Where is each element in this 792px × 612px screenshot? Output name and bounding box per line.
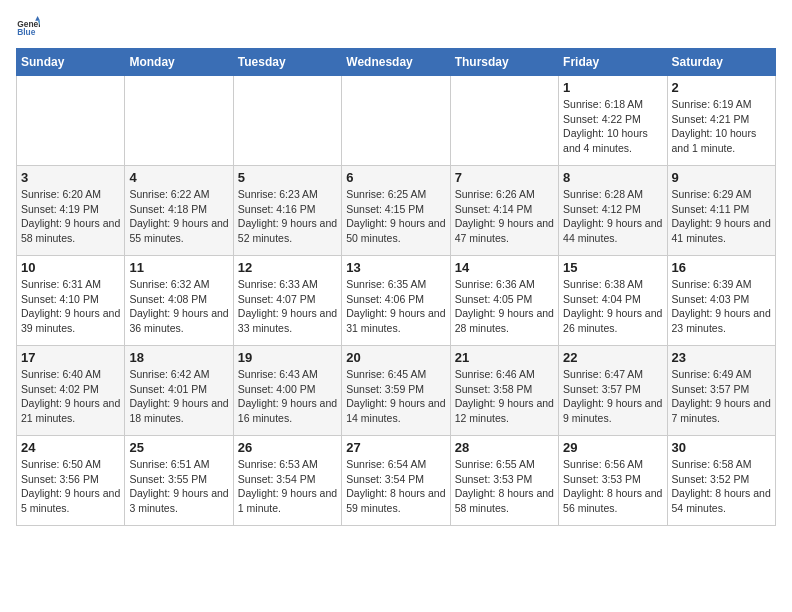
day-info: Sunrise: 6:56 AM Sunset: 3:53 PM Dayligh… <box>563 457 662 516</box>
day-number: 30 <box>672 440 771 455</box>
day-info: Sunrise: 6:26 AM Sunset: 4:14 PM Dayligh… <box>455 187 554 246</box>
day-info: Sunrise: 6:29 AM Sunset: 4:11 PM Dayligh… <box>672 187 771 246</box>
calendar-day-cell: 16Sunrise: 6:39 AM Sunset: 4:03 PM Dayli… <box>667 256 775 346</box>
day-number: 16 <box>672 260 771 275</box>
calendar-day-cell: 7Sunrise: 6:26 AM Sunset: 4:14 PM Daylig… <box>450 166 558 256</box>
day-info: Sunrise: 6:47 AM Sunset: 3:57 PM Dayligh… <box>563 367 662 426</box>
day-number: 15 <box>563 260 662 275</box>
day-number: 9 <box>672 170 771 185</box>
day-info: Sunrise: 6:31 AM Sunset: 4:10 PM Dayligh… <box>21 277 120 336</box>
calendar-day-cell: 25Sunrise: 6:51 AM Sunset: 3:55 PM Dayli… <box>125 436 233 526</box>
calendar-day-cell <box>233 76 341 166</box>
day-info: Sunrise: 6:28 AM Sunset: 4:12 PM Dayligh… <box>563 187 662 246</box>
day-info: Sunrise: 6:39 AM Sunset: 4:03 PM Dayligh… <box>672 277 771 336</box>
day-number: 20 <box>346 350 445 365</box>
day-info: Sunrise: 6:36 AM Sunset: 4:05 PM Dayligh… <box>455 277 554 336</box>
day-number: 24 <box>21 440 120 455</box>
calendar-day-cell: 3Sunrise: 6:20 AM Sunset: 4:19 PM Daylig… <box>17 166 125 256</box>
day-info: Sunrise: 6:55 AM Sunset: 3:53 PM Dayligh… <box>455 457 554 516</box>
day-number: 10 <box>21 260 120 275</box>
day-number: 6 <box>346 170 445 185</box>
calendar-day-cell: 8Sunrise: 6:28 AM Sunset: 4:12 PM Daylig… <box>559 166 667 256</box>
weekday-header-cell: Tuesday <box>233 49 341 76</box>
day-info: Sunrise: 6:43 AM Sunset: 4:00 PM Dayligh… <box>238 367 337 426</box>
calendar-day-cell: 4Sunrise: 6:22 AM Sunset: 4:18 PM Daylig… <box>125 166 233 256</box>
calendar-day-cell: 10Sunrise: 6:31 AM Sunset: 4:10 PM Dayli… <box>17 256 125 346</box>
calendar-week-row: 3Sunrise: 6:20 AM Sunset: 4:19 PM Daylig… <box>17 166 776 256</box>
day-info: Sunrise: 6:49 AM Sunset: 3:57 PM Dayligh… <box>672 367 771 426</box>
day-number: 11 <box>129 260 228 275</box>
day-info: Sunrise: 6:35 AM Sunset: 4:06 PM Dayligh… <box>346 277 445 336</box>
day-info: Sunrise: 6:58 AM Sunset: 3:52 PM Dayligh… <box>672 457 771 516</box>
day-info: Sunrise: 6:23 AM Sunset: 4:16 PM Dayligh… <box>238 187 337 246</box>
day-info: Sunrise: 6:54 AM Sunset: 3:54 PM Dayligh… <box>346 457 445 516</box>
day-number: 23 <box>672 350 771 365</box>
calendar-day-cell: 24Sunrise: 6:50 AM Sunset: 3:56 PM Dayli… <box>17 436 125 526</box>
day-number: 8 <box>563 170 662 185</box>
day-info: Sunrise: 6:45 AM Sunset: 3:59 PM Dayligh… <box>346 367 445 426</box>
calendar-day-cell: 13Sunrise: 6:35 AM Sunset: 4:06 PM Dayli… <box>342 256 450 346</box>
day-number: 28 <box>455 440 554 455</box>
weekday-header-cell: Wednesday <box>342 49 450 76</box>
day-info: Sunrise: 6:33 AM Sunset: 4:07 PM Dayligh… <box>238 277 337 336</box>
calendar-day-cell <box>450 76 558 166</box>
calendar-day-cell: 20Sunrise: 6:45 AM Sunset: 3:59 PM Dayli… <box>342 346 450 436</box>
calendar-day-cell: 2Sunrise: 6:19 AM Sunset: 4:21 PM Daylig… <box>667 76 775 166</box>
day-info: Sunrise: 6:32 AM Sunset: 4:08 PM Dayligh… <box>129 277 228 336</box>
day-info: Sunrise: 6:53 AM Sunset: 3:54 PM Dayligh… <box>238 457 337 516</box>
weekday-header-cell: Thursday <box>450 49 558 76</box>
calendar-day-cell: 15Sunrise: 6:38 AM Sunset: 4:04 PM Dayli… <box>559 256 667 346</box>
day-number: 14 <box>455 260 554 275</box>
calendar-day-cell: 27Sunrise: 6:54 AM Sunset: 3:54 PM Dayli… <box>342 436 450 526</box>
weekday-header-cell: Monday <box>125 49 233 76</box>
calendar-table: SundayMondayTuesdayWednesdayThursdayFrid… <box>16 48 776 526</box>
calendar-day-cell <box>342 76 450 166</box>
day-number: 7 <box>455 170 554 185</box>
calendar-week-row: 10Sunrise: 6:31 AM Sunset: 4:10 PM Dayli… <box>17 256 776 346</box>
logo: General Blue <box>16 16 44 40</box>
calendar-day-cell: 11Sunrise: 6:32 AM Sunset: 4:08 PM Dayli… <box>125 256 233 346</box>
calendar-week-row: 17Sunrise: 6:40 AM Sunset: 4:02 PM Dayli… <box>17 346 776 436</box>
calendar-day-cell: 22Sunrise: 6:47 AM Sunset: 3:57 PM Dayli… <box>559 346 667 436</box>
day-info: Sunrise: 6:22 AM Sunset: 4:18 PM Dayligh… <box>129 187 228 246</box>
day-number: 19 <box>238 350 337 365</box>
day-number: 27 <box>346 440 445 455</box>
day-info: Sunrise: 6:20 AM Sunset: 4:19 PM Dayligh… <box>21 187 120 246</box>
day-number: 21 <box>455 350 554 365</box>
day-number: 1 <box>563 80 662 95</box>
day-number: 13 <box>346 260 445 275</box>
day-info: Sunrise: 6:19 AM Sunset: 4:21 PM Dayligh… <box>672 97 771 156</box>
day-info: Sunrise: 6:46 AM Sunset: 3:58 PM Dayligh… <box>455 367 554 426</box>
day-info: Sunrise: 6:50 AM Sunset: 3:56 PM Dayligh… <box>21 457 120 516</box>
calendar-day-cell: 9Sunrise: 6:29 AM Sunset: 4:11 PM Daylig… <box>667 166 775 256</box>
weekday-header-row: SundayMondayTuesdayWednesdayThursdayFrid… <box>17 49 776 76</box>
day-info: Sunrise: 6:40 AM Sunset: 4:02 PM Dayligh… <box>21 367 120 426</box>
calendar-week-row: 24Sunrise: 6:50 AM Sunset: 3:56 PM Dayli… <box>17 436 776 526</box>
day-number: 17 <box>21 350 120 365</box>
calendar-day-cell <box>17 76 125 166</box>
day-info: Sunrise: 6:38 AM Sunset: 4:04 PM Dayligh… <box>563 277 662 336</box>
calendar-week-row: 1Sunrise: 6:18 AM Sunset: 4:22 PM Daylig… <box>17 76 776 166</box>
day-number: 25 <box>129 440 228 455</box>
day-number: 29 <box>563 440 662 455</box>
page-header: General Blue <box>16 16 776 40</box>
logo-icon: General Blue <box>16 16 40 40</box>
calendar-day-cell: 5Sunrise: 6:23 AM Sunset: 4:16 PM Daylig… <box>233 166 341 256</box>
weekday-header-cell: Saturday <box>667 49 775 76</box>
calendar-day-cell: 26Sunrise: 6:53 AM Sunset: 3:54 PM Dayli… <box>233 436 341 526</box>
svg-text:Blue: Blue <box>17 27 36 37</box>
calendar-day-cell: 30Sunrise: 6:58 AM Sunset: 3:52 PM Dayli… <box>667 436 775 526</box>
weekday-header-cell: Friday <box>559 49 667 76</box>
day-info: Sunrise: 6:25 AM Sunset: 4:15 PM Dayligh… <box>346 187 445 246</box>
day-number: 22 <box>563 350 662 365</box>
calendar-day-cell: 14Sunrise: 6:36 AM Sunset: 4:05 PM Dayli… <box>450 256 558 346</box>
calendar-day-cell: 17Sunrise: 6:40 AM Sunset: 4:02 PM Dayli… <box>17 346 125 436</box>
calendar-day-cell: 21Sunrise: 6:46 AM Sunset: 3:58 PM Dayli… <box>450 346 558 436</box>
calendar-day-cell: 28Sunrise: 6:55 AM Sunset: 3:53 PM Dayli… <box>450 436 558 526</box>
calendar-day-cell: 6Sunrise: 6:25 AM Sunset: 4:15 PM Daylig… <box>342 166 450 256</box>
day-number: 2 <box>672 80 771 95</box>
day-number: 18 <box>129 350 228 365</box>
calendar-day-cell: 19Sunrise: 6:43 AM Sunset: 4:00 PM Dayli… <box>233 346 341 436</box>
calendar-body: 1Sunrise: 6:18 AM Sunset: 4:22 PM Daylig… <box>17 76 776 526</box>
calendar-day-cell: 29Sunrise: 6:56 AM Sunset: 3:53 PM Dayli… <box>559 436 667 526</box>
